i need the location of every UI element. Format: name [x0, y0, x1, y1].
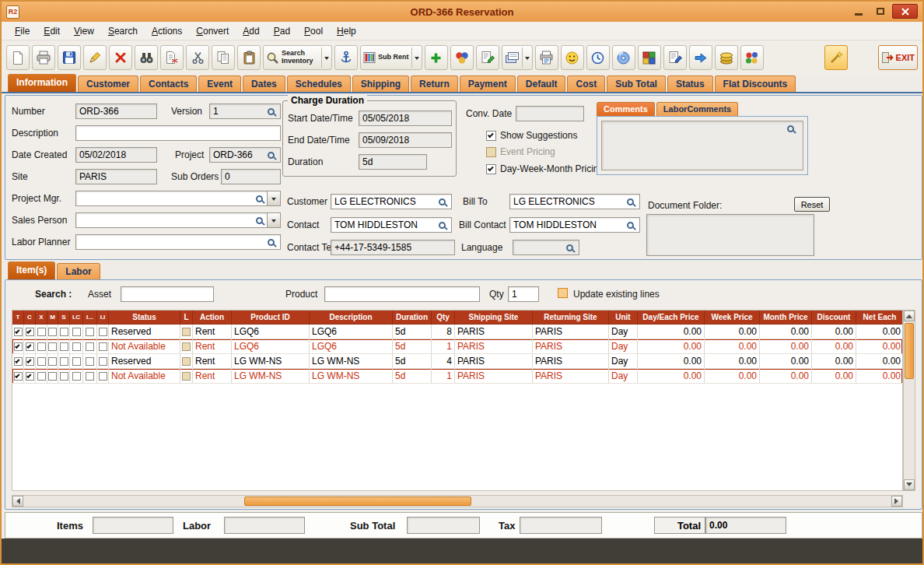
print-report-button[interactable] — [535, 45, 558, 70]
column-header-t[interactable]: T — [12, 311, 24, 325]
column-header-i-c[interactable]: I.C — [70, 311, 83, 325]
pool-balls-button[interactable] — [450, 45, 474, 70]
row-checkbox[interactable] — [14, 328, 23, 336]
sales-person-magnifier-icon[interactable] — [256, 217, 263, 224]
column-header-m[interactable]: M — [47, 311, 58, 325]
clock-button[interactable] — [586, 45, 610, 70]
minimize-button[interactable] — [849, 4, 868, 19]
dropdown-arrow-icon[interactable] — [321, 47, 329, 68]
contact-magnifier-icon[interactable] — [439, 222, 446, 229]
asset-input[interactable] — [121, 286, 214, 302]
column-header-week-price[interactable]: Week Price — [705, 311, 760, 325]
tab-cost[interactable]: Cost — [567, 75, 605, 92]
save-button[interactable] — [58, 45, 81, 70]
language-input[interactable] — [513, 240, 579, 255]
row-checkbox[interactable] — [86, 342, 94, 351]
project-input[interactable]: ORD-366 — [209, 147, 281, 163]
row-checkbox[interactable] — [48, 357, 57, 366]
event-pricing-checkbox[interactable] — [486, 147, 496, 157]
add-button[interactable] — [425, 45, 448, 70]
project-mgr-magnifier-icon[interactable] — [256, 195, 263, 202]
column-header-i-i[interactable]: I.I — [97, 311, 109, 325]
labor-total-input[interactable] — [224, 517, 305, 534]
menu-item-file[interactable]: File — [8, 23, 37, 40]
bill-contact-input[interactable]: TOM HIDDLESTON — [509, 217, 640, 233]
tab-payment[interactable]: Payment — [460, 75, 516, 92]
column-header-c[interactable]: C — [24, 311, 36, 325]
description-input[interactable] — [75, 125, 281, 141]
column-header-description[interactable]: Description — [310, 311, 393, 325]
version-lookup-magnifier-icon[interactable] — [268, 108, 275, 115]
project-mgr-dropdown-icon[interactable] — [267, 191, 280, 205]
scroll-down-button[interactable] — [904, 479, 915, 490]
contact-tel-input[interactable]: +44-17-5349-1585 — [331, 240, 455, 255]
table-row[interactable]: ReservedRentLG WM-NSLG WM-NS5d4PARISPARI… — [12, 354, 902, 369]
row-checkbox[interactable] — [26, 357, 34, 366]
column-header-duration[interactable]: Duration — [393, 311, 432, 325]
column-header-discount[interactable]: Discount — [812, 311, 856, 325]
total-value-input[interactable]: 0.00 — [705, 517, 786, 534]
row-checkbox[interactable] — [99, 372, 107, 381]
language-magnifier-icon[interactable] — [566, 244, 573, 251]
column-header-shipping-site[interactable]: Shipping Site — [455, 311, 533, 325]
tab-customer[interactable]: Customer — [78, 75, 138, 92]
new-document-button[interactable] — [6, 45, 30, 70]
cubes-button[interactable] — [638, 45, 661, 70]
tab-dates[interactable]: Dates — [243, 75, 285, 92]
column-header-l[interactable]: L — [180, 311, 193, 325]
notepad-edit-button[interactable] — [663, 45, 687, 70]
row-checkbox[interactable] — [86, 357, 94, 366]
column-header-returning-site[interactable]: Returning Site — [533, 311, 609, 325]
horizontal-scroll-thumb[interactable] — [244, 497, 471, 506]
anchor-button[interactable] — [334, 45, 358, 70]
search-inventory-button[interactable]: Search Inventory — [263, 45, 332, 70]
row-checkbox[interactable] — [72, 357, 81, 366]
table-row[interactable]: Not AvailableRentLGQ6LGQ65d1PARISPARISDa… — [12, 339, 902, 354]
row-checkbox[interactable] — [72, 328, 81, 336]
tab-laborcomments[interactable]: LaborComments — [656, 102, 738, 117]
menu-item-pad[interactable]: Pad — [267, 23, 297, 40]
row-checkbox[interactable] — [37, 342, 46, 351]
delete-button[interactable] — [109, 45, 132, 70]
row-checkbox[interactable] — [60, 372, 68, 381]
column-header-qty[interactable]: Qty — [432, 311, 455, 325]
end-date-input[interactable]: 05/09/2018 — [359, 132, 452, 148]
find-binoculars-button[interactable] — [135, 45, 158, 70]
column-header-product-id[interactable]: Product ID — [232, 311, 310, 325]
magic-wand-button[interactable] — [824, 45, 848, 70]
row-checkbox[interactable] — [26, 328, 34, 336]
l-checkbox[interactable] — [182, 357, 191, 366]
cut-button[interactable] — [186, 45, 209, 70]
coins-button[interactable] — [715, 45, 738, 70]
edit-pencil-button[interactable] — [83, 45, 107, 70]
color-balls-button[interactable] — [740, 45, 764, 70]
row-checkbox[interactable] — [14, 357, 23, 366]
column-header-action[interactable]: Action — [193, 311, 232, 325]
row-checkbox[interactable] — [37, 328, 46, 336]
close-button[interactable] — [892, 4, 918, 19]
column-header-net-each[interactable]: Net Each — [856, 311, 903, 325]
conv-date-input[interactable] — [516, 106, 584, 121]
row-checkbox[interactable] — [99, 328, 107, 336]
duration-input[interactable]: 5d — [359, 154, 427, 170]
tab-comments[interactable]: Comments — [597, 102, 655, 117]
row-checkbox[interactable] — [14, 372, 23, 381]
update-existing-lines-checkbox[interactable] — [558, 288, 568, 298]
table-row[interactable]: ReservedRentLGQ6LGQ65d8PARISPARISDay0.00… — [12, 325, 902, 339]
customer-magnifier-icon[interactable] — [439, 198, 446, 205]
row-checkbox[interactable] — [99, 357, 107, 366]
tab-event[interactable]: Event — [198, 75, 241, 92]
column-header-status[interactable]: Status — [109, 311, 180, 325]
row-checkbox[interactable] — [48, 372, 57, 381]
row-checkbox[interactable] — [37, 357, 46, 366]
project-lookup-magnifier-icon[interactable] — [268, 152, 275, 159]
disc-button[interactable] — [612, 45, 635, 70]
cards-button[interactable] — [502, 45, 533, 70]
tab-labor[interactable]: Labor — [57, 263, 100, 279]
tax-input[interactable] — [520, 517, 602, 534]
l-checkbox[interactable] — [182, 328, 191, 336]
vertical-scrollbar[interactable] — [903, 310, 915, 491]
tab-item-s[interactable]: Item(s) — [8, 261, 55, 279]
items-total-input[interactable] — [93, 517, 173, 534]
comments-textarea[interactable] — [601, 121, 803, 170]
